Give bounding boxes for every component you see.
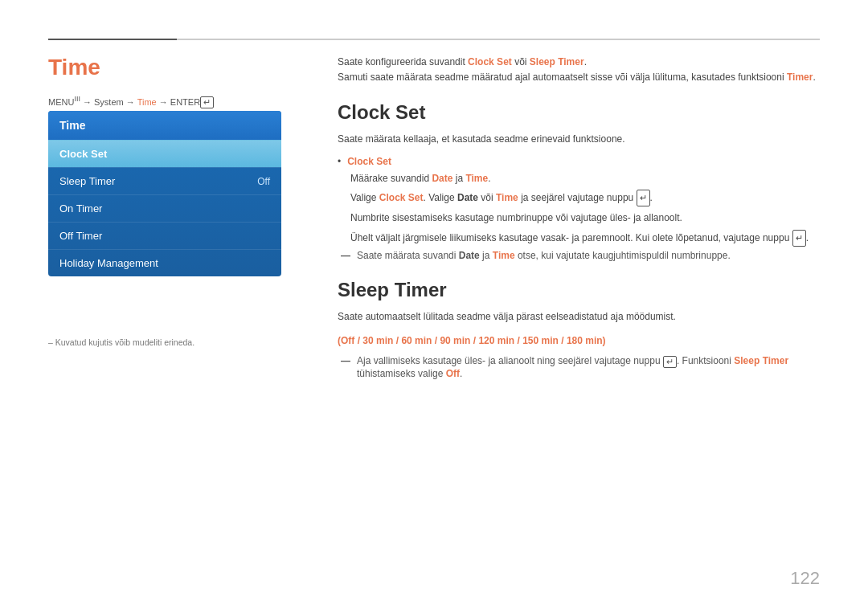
menu-item-on-timer-label: On Timer xyxy=(59,202,270,215)
page-number: 122 xyxy=(790,568,820,589)
sleep-timer-dash-text: Aja vallimiseks kasutage üles- ja aliano… xyxy=(357,355,820,378)
menu-item-holiday-management[interactable]: Holiday Management xyxy=(48,249,281,276)
sleep-timer-desc: Saate automaatselt lülitada seadme välja… xyxy=(338,309,820,325)
option-90: 90 min xyxy=(440,335,470,346)
sleep-timer-section: Sleep Timer Saate automaatselt lülitada … xyxy=(338,279,820,379)
menu-item-holiday-management-label: Holiday Management xyxy=(59,257,270,269)
page-title: Time xyxy=(48,55,100,80)
menu-item-on-timer[interactable]: On Timer xyxy=(48,194,281,222)
menu-item-sleep-timer-label: Sleep Timer xyxy=(59,175,257,187)
option-30: 30 min xyxy=(362,335,393,346)
option-60: 60 min xyxy=(401,335,432,346)
footnote: – Kuvatud kujutis võib mudeliti erineda. xyxy=(48,337,194,347)
breadcrumb-enter: ENTER↵ xyxy=(170,97,214,107)
clock-set-sub4: Ühelt väljalt järgmisele liikumiseks kas… xyxy=(350,230,820,247)
intro-line1: Saate konfigureerida suvandit Clock Set … xyxy=(338,56,587,67)
breadcrumb-menu: MENUIII xyxy=(48,97,80,107)
menu-header: Time xyxy=(48,111,281,140)
clock-set-desc: Saate määrata kellaaja, et kasutada sead… xyxy=(338,132,820,147)
menu-item-off-timer[interactable]: Off Timer xyxy=(48,222,281,249)
menu-item-sleep-timer-value: Off xyxy=(257,176,270,187)
clock-set-sub3: Numbrite sisestamiseks kasutage numbrinu… xyxy=(350,210,820,226)
option-off: Off xyxy=(341,335,354,346)
option-120: 120 min xyxy=(478,335,514,346)
menu-item-sleep-timer[interactable]: Sleep Timer Off xyxy=(48,167,281,194)
menu-item-clock-set-label: Clock Set xyxy=(59,148,270,160)
menu-item-clock-set[interactable]: Clock Set xyxy=(48,140,281,167)
dash-symbol: — xyxy=(341,250,350,261)
breadcrumb-time: Time xyxy=(137,97,157,107)
breadcrumb-arrow1: → xyxy=(83,97,94,107)
clock-set-bullet-label: Clock Set xyxy=(347,156,391,167)
clock-set-section: Clock Set Saate määrata kellaaja, et kas… xyxy=(338,101,820,260)
breadcrumb-arrow2: → xyxy=(126,97,137,107)
sleep-timer-title: Sleep Timer xyxy=(338,279,820,301)
clock-set-title: Clock Set xyxy=(338,101,820,124)
sleep-timer-dash: — Aja vallimiseks kasutage üles- ja alia… xyxy=(341,355,820,378)
intro-text: Saate konfigureerida suvandit Clock Set … xyxy=(338,55,820,85)
dash1-text: Saate määrata suvandi Date ja Time otse,… xyxy=(357,250,731,261)
bullet-dot: • xyxy=(338,156,341,167)
clock-set-dash1: — Saate määrata suvandi Date ja Time ots… xyxy=(341,250,820,261)
menu-item-off-timer-label: Off Timer xyxy=(59,230,270,242)
breadcrumb-system: System xyxy=(94,97,124,107)
sleep-dash-symbol: — xyxy=(341,355,350,366)
breadcrumb: MENUIII → System → Time → ENTER↵ xyxy=(48,95,214,108)
top-rule-accent xyxy=(48,39,177,40)
clock-set-sub2: Valige Clock Set. Valige Date või Time j… xyxy=(350,190,820,206)
right-panel: Saate konfigureerida suvandit Clock Set … xyxy=(338,55,820,384)
intro-line2: Samuti saate määrata seadme määratud aja… xyxy=(338,72,816,83)
menu-panel: Time Clock Set Sleep Timer Off On Timer … xyxy=(48,111,281,276)
clock-set-bullet: • Clock Set xyxy=(338,156,820,167)
timer-options: (Off / 30 min / 60 min / 90 min / 120 mi… xyxy=(338,333,820,349)
clock-set-sub1: Määrake suvandid Date ja Time. xyxy=(350,170,820,186)
breadcrumb-arrow3: → xyxy=(159,97,170,107)
option-180: 180 min xyxy=(567,335,603,346)
option-150: 150 min xyxy=(522,335,559,346)
